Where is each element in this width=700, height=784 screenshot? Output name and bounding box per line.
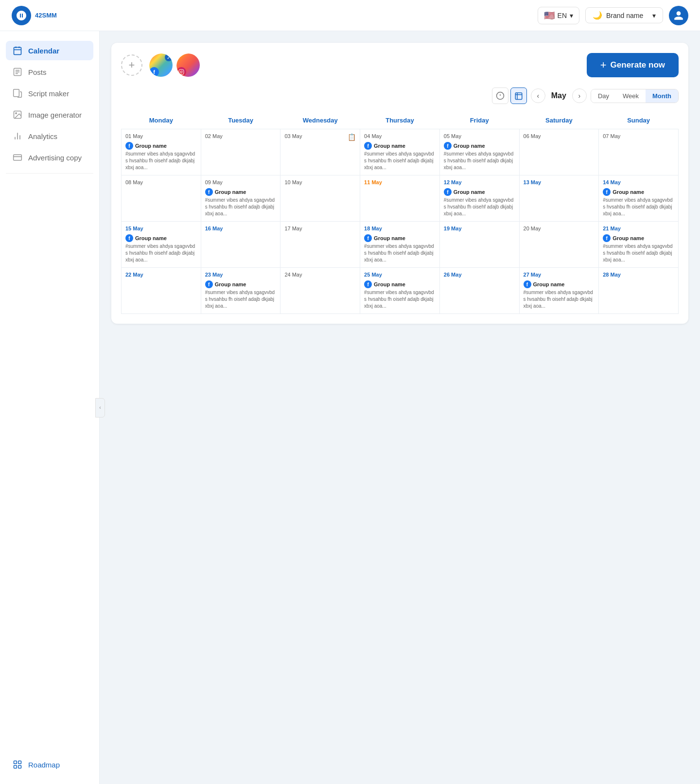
logo[interactable]: 42SMM (12, 6, 57, 25)
posts-icon (13, 67, 22, 77)
calendar-day-cell[interactable]: 12 MayfGroup name#summer vibes ahdya sga… (439, 175, 519, 222)
calendar-day-cell[interactable]: 23 MayfGroup name#summer vibes ahdya sga… (201, 268, 280, 314)
post-card[interactable]: fGroup name#summer vibes ahdya sgagvvbds… (205, 280, 277, 310)
group-name-label: Group name (135, 143, 167, 149)
calendar-day-cell[interactable]: 13 May (519, 175, 599, 222)
calendar-day-cell[interactable]: 24 May (280, 268, 360, 314)
prev-month-button[interactable]: ‹ (531, 88, 545, 103)
group-name-label: Group name (374, 281, 405, 287)
sidebar-collapse-handle[interactable]: ‹ (95, 398, 105, 418)
calendar-day-cell[interactable]: 19 May (439, 222, 519, 268)
sidebar-item-script-maker[interactable]: Script maker (6, 84, 93, 103)
image-icon (13, 110, 22, 120)
generate-now-button[interactable]: + Generate now (587, 53, 679, 77)
facebook-icon: f (364, 280, 372, 288)
week-tab[interactable]: Week (616, 89, 646, 103)
main-layout: Calendar Posts Script maker I (0, 31, 700, 784)
calendar-day-cell[interactable]: 26 May (439, 268, 519, 314)
calendar-day-cell[interactable]: 28 May (599, 268, 679, 314)
post-text: #summer vibes ahdya sgagvvbds hvsahbu fh… (444, 197, 515, 217)
sidebar-item-analytics[interactable]: Analytics (6, 126, 93, 146)
list-view-button[interactable] (492, 87, 508, 104)
calendar-day-cell[interactable]: 18 MayfGroup name#summer vibes ahdya sga… (360, 222, 440, 268)
post-card[interactable]: fGroup name#summer vibes ahdya sgagvvbds… (364, 280, 436, 310)
main-content: + ✓ f (100, 31, 700, 784)
sidebar-item-image-generator[interactable]: Image generator (6, 105, 93, 124)
calendar-day-cell[interactable]: 03 May📋 (280, 129, 360, 175)
post-card[interactable]: fGroup name#summer vibes ahdya sgagvvbds… (364, 142, 436, 171)
grid-view-button[interactable] (510, 87, 527, 104)
add-account-button[interactable]: + (121, 54, 142, 76)
calendar-day-cell[interactable]: 17 May (280, 222, 360, 268)
sidebar-divider (6, 173, 93, 174)
month-tab[interactable]: Month (646, 89, 678, 103)
calendar-day-cell[interactable]: 05 MayfGroup name#summer vibes ahdya sga… (439, 129, 519, 175)
col-wednesday: Wednesday (280, 112, 360, 129)
svg-rect-14 (14, 155, 22, 160)
user-avatar-button[interactable] (669, 6, 688, 25)
calendar-day-cell[interactable]: 25 MayfGroup name#summer vibes ahdya sga… (360, 268, 440, 314)
post-card[interactable]: fGroup name#summer vibes ahdya sgagvvbds… (444, 188, 515, 217)
group-name-label: Group name (454, 143, 485, 149)
calendar-day-cell[interactable]: 14 MayfGroup name#summer vibes ahdya sga… (599, 175, 679, 222)
calendar-week-row: 08 May09 MayfGroup name#summer vibes ahd… (122, 175, 679, 222)
day-number: 05 May (444, 133, 515, 139)
post-card[interactable]: fGroup name#summer vibes ahdya sgagvvbds… (603, 188, 674, 217)
calendar-day-cell[interactable]: 11 May (360, 175, 440, 222)
calendar-day-cell[interactable]: 22 May (122, 268, 201, 314)
instagram-badge (176, 67, 186, 77)
next-month-button[interactable]: › (572, 88, 587, 103)
calendar-day-cell[interactable]: 07 May (599, 129, 679, 175)
profile-avatar-1[interactable]: ✓ f (148, 52, 174, 78)
post-card[interactable]: fGroup name#summer vibes ahdya sgagvvbds… (603, 234, 674, 263)
post-text: #summer vibes ahdya sgagvvbds hvsahbu fh… (364, 151, 436, 171)
post-card[interactable]: fGroup name#summer vibes ahdya sgagvvbds… (364, 234, 436, 263)
calendar-day-cell[interactable]: 10 May (280, 175, 360, 222)
calendar-day-cell[interactable]: 16 May (201, 222, 280, 268)
calendar-day-cell[interactable]: 08 May (122, 175, 201, 222)
post-card[interactable]: fGroup name#summer vibes ahdya sgagvvbds… (205, 188, 277, 217)
col-saturday: Saturday (519, 112, 599, 129)
sidebar-advertising-label: Advertising copy (28, 154, 82, 162)
calendar-day-cell[interactable]: 02 May (201, 129, 280, 175)
calendar-day-cell[interactable]: 15 MayfGroup name#summer vibes ahdya sga… (122, 222, 201, 268)
col-thursday: Thursday (360, 112, 440, 129)
facebook-icon: f (524, 280, 531, 288)
calendar-day-cell[interactable]: 04 MayfGroup name#summer vibes ahdya sga… (360, 129, 440, 175)
calendar-day-cell[interactable]: 06 May (519, 129, 599, 175)
sidebar-item-advertising[interactable]: Advertising copy (6, 148, 93, 167)
calendar-week-row: 22 May23 MayfGroup name#summer vibes ahd… (122, 268, 679, 314)
post-card[interactable]: fGroup name#summer vibes ahdya sgagvvbds… (125, 142, 197, 171)
post-card[interactable]: fGroup name#summer vibes ahdya sgagvvbds… (524, 280, 595, 310)
logo-text: 42SMM (35, 12, 57, 19)
brand-selector[interactable]: 🌙 Brand name ▾ (585, 7, 663, 23)
day-tab[interactable]: Day (591, 89, 616, 103)
language-selector[interactable]: 🇺🇸 EN ▾ (538, 7, 579, 24)
calendar-day-cell[interactable]: 09 MayfGroup name#summer vibes ahdya sga… (201, 175, 280, 222)
calendar-day-cell[interactable]: 27 MayfGroup name#summer vibes ahdya sga… (519, 268, 599, 314)
fb-badge-1: f (149, 67, 159, 77)
sidebar-item-roadmap[interactable]: Roadmap (6, 755, 93, 774)
profile-avatar-2[interactable] (175, 52, 201, 78)
calendar-day-cell[interactable]: 20 May (519, 222, 599, 268)
post-text: #summer vibes ahdya sgagvvbds hvsahbu fh… (364, 243, 436, 263)
day-number: 25 May (364, 272, 436, 278)
post-card[interactable]: fGroup name#summer vibes ahdya sgagvvbds… (125, 234, 197, 263)
day-number: 18 May (364, 226, 436, 231)
day-number: 28 May (603, 272, 674, 278)
sidebar-item-calendar[interactable]: Calendar (6, 41, 93, 60)
brand-moon-icon: 🌙 (593, 11, 602, 20)
day-number: 16 May (205, 226, 277, 231)
calendar-topbar: + ✓ f (121, 52, 679, 78)
calendar-day-cell[interactable]: 21 MayfGroup name#summer vibes ahdya sga… (599, 222, 679, 268)
analytics-icon (13, 131, 22, 141)
sidebar-item-posts[interactable]: Posts (6, 62, 93, 82)
clip-icon: 📋 (348, 133, 356, 141)
svg-rect-17 (18, 761, 21, 764)
calendar-day-cell[interactable]: 01 MayfGroup name#summer vibes ahdya sga… (122, 129, 201, 175)
svg-point-10 (16, 113, 17, 114)
sidebar-calendar-label: Calendar (28, 47, 59, 55)
post-card[interactable]: fGroup name#summer vibes ahdya sgagvvbds… (444, 142, 515, 171)
day-number: 13 May (524, 179, 595, 185)
sidebar-posts-label: Posts (28, 68, 47, 76)
